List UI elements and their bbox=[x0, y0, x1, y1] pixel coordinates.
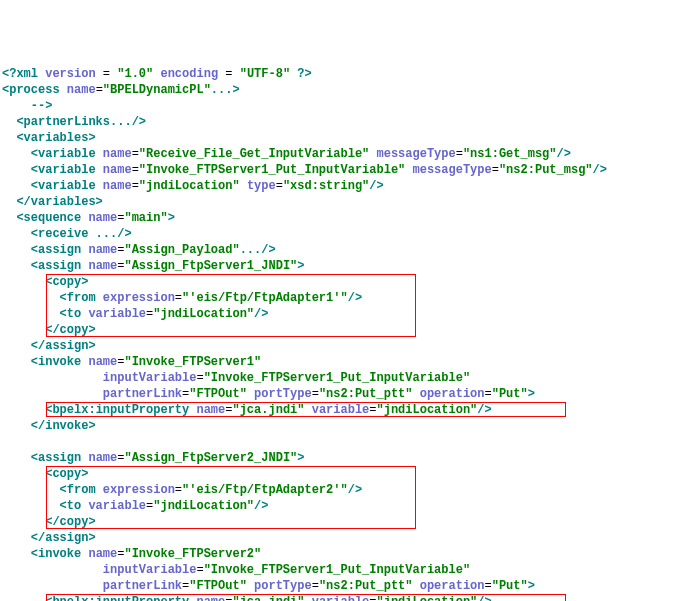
token-attr: variable bbox=[312, 403, 370, 417]
token-text: = bbox=[456, 147, 463, 161]
code-line: </assign> bbox=[2, 530, 676, 546]
code-line: <variable name="Receive_File_Get_InputVa… bbox=[2, 146, 676, 162]
token-tag: </assign> bbox=[31, 339, 96, 353]
token-tag: <?xml bbox=[2, 67, 38, 81]
token-attr: partnerLink bbox=[103, 579, 182, 593]
token-attr: name bbox=[196, 403, 225, 417]
token-val: "FTPOut" bbox=[189, 387, 247, 401]
token-tag: /> bbox=[593, 163, 607, 177]
token-val: "ns2:Put_ptt" bbox=[319, 579, 413, 593]
token-text: = bbox=[312, 579, 319, 593]
token-tag: <to bbox=[60, 499, 82, 513]
code-line: <partnerLinks.../> bbox=[2, 114, 676, 130]
token-tag: ...> bbox=[211, 83, 240, 97]
token-attr: name bbox=[88, 547, 117, 561]
code-line: <receive .../> bbox=[2, 226, 676, 242]
token-text bbox=[304, 595, 311, 601]
token-val: "jndiLocation" bbox=[139, 179, 240, 193]
token-attr: expression bbox=[103, 291, 175, 305]
token-val: "main" bbox=[124, 211, 167, 225]
code-line: <from expression="'eis/Ftp/FtpAdapter2'"… bbox=[2, 482, 676, 498]
token-val: "Assign_Payload" bbox=[124, 243, 239, 257]
code-line: <assign name="Assign_Payload".../> bbox=[2, 242, 676, 258]
token-val: "1.0" bbox=[117, 67, 153, 81]
token-val: "BPELDynamicPL" bbox=[103, 83, 211, 97]
token-attr: name bbox=[88, 355, 117, 369]
token-val: "ns1:Get_msg" bbox=[463, 147, 557, 161]
token-val: "jndiLocation" bbox=[153, 499, 254, 513]
code-line: <?xml version = "1.0" encoding = "UTF-8"… bbox=[2, 66, 676, 82]
token-text: = bbox=[276, 179, 283, 193]
token-val: "jndiLocation" bbox=[377, 595, 478, 601]
token-val: "jca.jndi" bbox=[232, 403, 304, 417]
token-text bbox=[413, 387, 420, 401]
token-tag: </assign> bbox=[31, 531, 96, 545]
token-text: = bbox=[175, 483, 182, 497]
token-tag: </invoke> bbox=[31, 419, 96, 433]
token-tag: /> bbox=[369, 179, 383, 193]
code-line: partnerLink="FTPOut" portType="ns2:Put_p… bbox=[2, 386, 676, 402]
token-val: "xsd:string" bbox=[283, 179, 369, 193]
token-attr: name bbox=[88, 211, 117, 225]
token-tag: <assign bbox=[31, 451, 81, 465]
code-line: </copy> bbox=[2, 514, 676, 530]
token-tag: <partnerLinks.../> bbox=[16, 115, 146, 129]
token-val: "Invoke_FTPServer1_Put_InputVariable" bbox=[204, 563, 470, 577]
code-line: <to variable="jndiLocation"/> bbox=[2, 306, 676, 322]
token-attr: name bbox=[103, 147, 132, 161]
token-text: = bbox=[485, 387, 492, 401]
token-text bbox=[60, 83, 67, 97]
token-comm: --> bbox=[31, 99, 53, 113]
code-line bbox=[2, 434, 676, 450]
code-line: </invoke> bbox=[2, 418, 676, 434]
token-tag: /> bbox=[348, 291, 362, 305]
token-tag: /> bbox=[254, 499, 268, 513]
token-attr: name bbox=[196, 595, 225, 601]
token-tag: <assign bbox=[31, 243, 81, 257]
token-tag: <bpelx:inputProperty bbox=[45, 403, 189, 417]
token-attr: partnerLink bbox=[103, 387, 182, 401]
token-text: = bbox=[218, 67, 240, 81]
token-attr: expression bbox=[103, 483, 175, 497]
code-line: <copy> bbox=[2, 466, 676, 482]
token-tag: <bpelx:inputProperty bbox=[45, 595, 189, 601]
token-val: "Invoke_FTPServer2" bbox=[124, 547, 261, 561]
token-text bbox=[96, 179, 103, 193]
code-line: <bpelx:inputProperty name="jca.jndi" var… bbox=[2, 402, 676, 418]
token-attr: operation bbox=[420, 579, 485, 593]
token-val: "jndiLocation" bbox=[377, 403, 478, 417]
token-val: "Invoke_FTPServer1_Put_InputVariable" bbox=[204, 371, 470, 385]
token-text: = bbox=[196, 563, 203, 577]
token-val: "'eis/Ftp/FtpAdapter2'" bbox=[182, 483, 348, 497]
token-text: = bbox=[369, 403, 376, 417]
token-val: "jndiLocation" bbox=[153, 307, 254, 321]
token-tag: <to bbox=[60, 307, 82, 321]
token-tag: </variables> bbox=[16, 195, 102, 209]
token-text: = bbox=[132, 147, 139, 161]
token-tag: /> bbox=[477, 595, 491, 601]
token-text: = bbox=[175, 291, 182, 305]
code-line: <process name="BPELDynamicPL"...> bbox=[2, 82, 676, 98]
token-val: "Put" bbox=[492, 579, 528, 593]
token-tag: /> bbox=[254, 307, 268, 321]
token-tag: <from bbox=[60, 291, 96, 305]
code-line: </variables> bbox=[2, 194, 676, 210]
token-attr: encoding bbox=[160, 67, 218, 81]
token-attr: name bbox=[88, 243, 117, 257]
token-attr: name bbox=[103, 179, 132, 193]
code-line: <sequence name="main"> bbox=[2, 210, 676, 226]
token-tag: <variable bbox=[31, 147, 96, 161]
token-val: "Receive_File_Get_InputVariable" bbox=[139, 147, 369, 161]
token-val: "Assign_FtpServer2_JNDI" bbox=[124, 451, 297, 465]
code-line: <variable name="jndiLocation" type="xsd:… bbox=[2, 178, 676, 194]
token-text bbox=[2, 435, 9, 449]
token-val: "Invoke_FTPServer1_Put_InputVariable" bbox=[139, 163, 405, 177]
token-tag: .../> bbox=[240, 243, 276, 257]
token-val: "Assign_FtpServer1_JNDI" bbox=[124, 259, 297, 273]
token-val: "UTF-8" bbox=[240, 67, 290, 81]
token-tag: > bbox=[297, 259, 304, 273]
token-val: "Put" bbox=[492, 387, 528, 401]
token-text bbox=[96, 291, 103, 305]
token-tag: > bbox=[528, 387, 535, 401]
token-attr: portType bbox=[254, 579, 312, 593]
